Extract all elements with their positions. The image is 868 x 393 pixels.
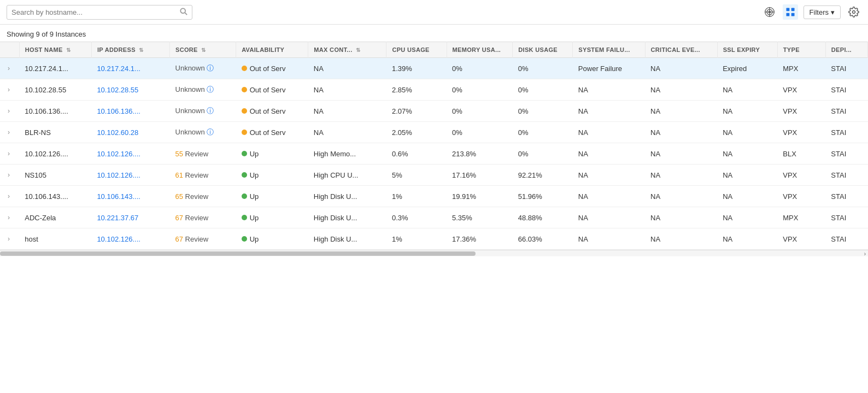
ip-link[interactable]: 10.217.24.1... xyxy=(97,64,140,73)
info-icon[interactable]: ⓘ xyxy=(207,85,214,93)
hostname-cell: 10.102.126.... xyxy=(19,143,91,165)
ssl-value: NA xyxy=(723,107,732,115)
col-header-hostname[interactable]: HOST NAME ⇅ xyxy=(19,42,91,58)
cpu-cell: 0.6% xyxy=(386,143,447,165)
criteve-value: NA xyxy=(650,64,660,73)
row-expand-cell: › xyxy=(0,122,19,143)
table-row[interactable]: › ADC-Zela 10.221.37.67 67 Review Up Hig… xyxy=(0,207,868,228)
table-row[interactable]: › host 10.102.126.... 67 Review Up High … xyxy=(0,228,868,250)
memory-cell: 17.36% xyxy=(447,228,513,250)
memory-cell: 0% xyxy=(447,122,513,143)
expand-button[interactable]: › xyxy=(5,106,12,116)
ip-link[interactable]: 10.106.136.... xyxy=(97,107,140,115)
maxcont-sort-icon[interactable]: ⇅ xyxy=(356,47,360,53)
expand-button[interactable]: › xyxy=(5,85,12,95)
ip-link[interactable]: 10.102.126.... xyxy=(97,235,140,243)
cpu-cell: 1% xyxy=(386,228,447,250)
grid-view-button[interactable] xyxy=(783,4,798,20)
dep-cell: STAI xyxy=(825,228,867,250)
cpu-cell: 2.85% xyxy=(386,79,447,101)
col-header-disk: DISK USAGE xyxy=(513,42,573,58)
table-row[interactable]: › NS105 10.102.126.... 61 Review Up High… xyxy=(0,165,868,186)
disk-value: 51.96% xyxy=(518,192,542,201)
expand-button[interactable]: › xyxy=(5,63,12,73)
hostname-value: host xyxy=(25,235,38,243)
table-row[interactable]: › 10.106.136.... 10.106.136.... Unknown … xyxy=(0,101,868,122)
table-row[interactable]: › 10.102.126.... 10.102.126.... 55 Revie… xyxy=(0,143,868,165)
hostname-cell: 10.102.28.55 xyxy=(19,79,91,101)
memory-value: 0% xyxy=(452,64,462,73)
maxcont-cell: High Disk U... xyxy=(308,207,386,228)
criteve-cell: NA xyxy=(645,143,717,165)
type-value: BLX xyxy=(783,150,796,158)
expand-button[interactable]: › xyxy=(5,170,12,180)
criteve-cell: NA xyxy=(645,228,717,250)
table-row[interactable]: › 10.217.24.1... 10.217.24.1... Unknown … xyxy=(0,58,868,79)
col-header-maxcont[interactable]: MAX CONT... ⇅ xyxy=(308,42,386,58)
type-cell: VPX xyxy=(777,122,825,143)
ssl-cell: NA xyxy=(717,143,777,165)
filters-button[interactable]: Filters ▾ xyxy=(804,5,841,19)
info-icon[interactable]: ⓘ xyxy=(207,107,214,115)
ssl-cell: NA xyxy=(717,228,777,250)
ip-link[interactable]: 10.221.37.67 xyxy=(97,214,138,222)
sysfail-cell: NA xyxy=(573,165,645,186)
expand-button[interactable]: › xyxy=(5,213,12,222)
radar-view-button[interactable] xyxy=(762,4,777,20)
info-icon[interactable]: ⓘ xyxy=(207,64,214,72)
settings-button[interactable] xyxy=(846,4,861,20)
table-row[interactable]: › BLR-NS 10.102.60.28 Unknown ⓘ Out of S… xyxy=(0,122,868,143)
ip-link[interactable]: 10.102.28.55 xyxy=(97,86,138,94)
row-expand-cell: › xyxy=(0,165,19,186)
expand-button[interactable]: › xyxy=(5,191,12,201)
availability-cell: Up xyxy=(236,143,308,165)
score-sort-icon[interactable]: ⇅ xyxy=(201,47,206,53)
disk-cell: 0% xyxy=(513,143,573,165)
criteve-value: NA xyxy=(650,107,660,115)
ip-link[interactable]: 10.102.60.28 xyxy=(97,128,138,137)
hostname-sort-icon[interactable]: ⇅ xyxy=(66,47,71,53)
dep-cell: STAI xyxy=(825,122,867,143)
ip-link[interactable]: 10.106.143.... xyxy=(97,192,140,201)
type-cell: VPX xyxy=(777,228,825,250)
cpu-value: 2.05% xyxy=(392,128,412,137)
hostname-value: 10.106.143.... xyxy=(25,192,68,201)
cpu-value: 1% xyxy=(392,192,402,201)
table-row[interactable]: › 10.106.143.... 10.106.143.... 65 Revie… xyxy=(0,186,868,207)
sysfail-value: NA xyxy=(578,235,588,243)
ip-link[interactable]: 10.102.126.... xyxy=(97,150,140,158)
search-box[interactable] xyxy=(7,5,192,20)
scroll-right-arrow[interactable]: › xyxy=(862,250,868,256)
sysfail-cell: NA xyxy=(573,207,645,228)
availability-dot xyxy=(242,193,247,199)
ip-sort-icon[interactable]: ⇅ xyxy=(139,47,143,53)
dep-cell: STAI xyxy=(825,58,867,79)
sysfail-value: NA xyxy=(578,86,588,94)
disk-value: 0% xyxy=(518,86,529,94)
expand-button[interactable]: › xyxy=(5,149,12,159)
table-row[interactable]: › 10.102.28.55 10.102.28.55 Unknown ⓘ Ou… xyxy=(0,79,868,101)
availability-dot xyxy=(242,108,247,114)
score-cell: 67 Review xyxy=(170,207,236,228)
info-icon[interactable]: ⓘ xyxy=(207,128,214,136)
disk-cell: 92.21% xyxy=(513,165,573,186)
horizontal-scrollbar[interactable]: ‹ › xyxy=(0,250,868,256)
ip-link[interactable]: 10.102.126.... xyxy=(97,171,140,179)
cpu-cell: 1.39% xyxy=(386,58,447,79)
score-cell: 61 Review xyxy=(170,165,236,186)
maxcont-cell: NA xyxy=(308,58,386,79)
cpu-value: 1.39% xyxy=(392,64,412,73)
col-header-ip[interactable]: IP ADDRESS ⇅ xyxy=(91,42,169,58)
cpu-cell: 2.05% xyxy=(386,122,447,143)
expand-button[interactable]: › xyxy=(5,234,12,244)
hostname-value: 10.217.24.1... xyxy=(25,64,68,73)
search-input[interactable] xyxy=(11,8,180,16)
expand-button[interactable]: › xyxy=(5,127,12,137)
ssl-value: NA xyxy=(723,128,732,137)
criteve-value: NA xyxy=(650,214,660,222)
hostname-value: BLR-NS xyxy=(25,128,51,137)
score-cell: Unknown ⓘ xyxy=(170,122,236,143)
svg-rect-8 xyxy=(791,8,794,11)
col-header-score[interactable]: SCORE ⇅ xyxy=(170,42,236,58)
scrollbar-thumb[interactable] xyxy=(0,251,476,256)
